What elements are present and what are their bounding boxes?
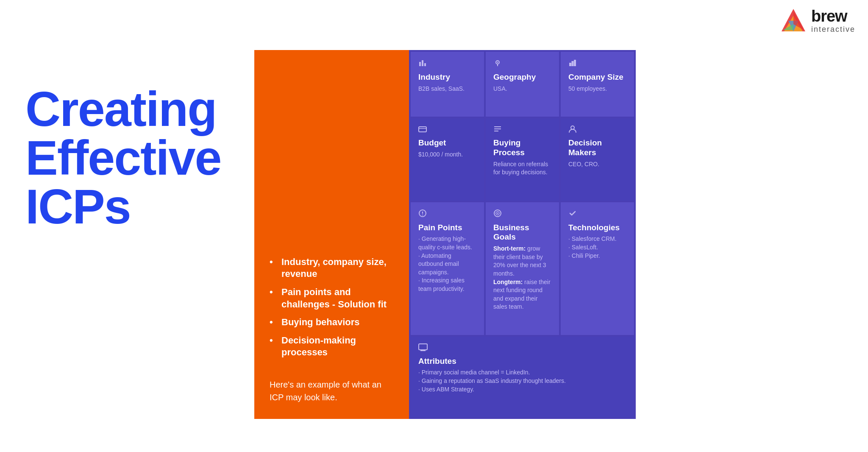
budget-body: $10,000 / month. (418, 151, 476, 159)
svg-point-20 (422, 215, 423, 215)
decision-makers-title: Decision Makers (568, 138, 626, 158)
pain-points-title: Pain Points (418, 223, 476, 233)
bullet-item-1: Industry, company size, revenue (270, 256, 394, 280)
example-text: Here's an example of what an ICP may loo… (270, 378, 394, 404)
logo-area: brew interactive (781, 8, 855, 34)
budget-title: Budget (418, 138, 476, 148)
decision-makers-icon (568, 125, 626, 135)
svg-point-9 (497, 62, 498, 63)
business-goals-body: Short-term: grow their client base by 20… (493, 245, 551, 311)
cell-budget: Budget $10,000 / month. (411, 118, 484, 201)
cell-business-goals: Business Goals Short-term: grow their cl… (486, 202, 559, 335)
left-title: Creating Effective ICPs (25, 85, 229, 231)
svg-rect-10 (569, 63, 571, 66)
business-goals-icon (493, 209, 551, 220)
buying-process-icon (493, 125, 551, 135)
svg-rect-7 (424, 63, 426, 66)
logo-interactive-label: interactive (811, 25, 855, 34)
company-size-icon (568, 59, 626, 69)
svg-point-17 (571, 126, 574, 129)
logo-icon (781, 8, 806, 33)
main-content: Industry, company size, revenue Pain poi… (254, 50, 636, 419)
attributes-body: · Primary social media channel = LinkedI… (418, 368, 626, 393)
buying-process-body: Reliance on referrals for buying decisio… (493, 160, 551, 177)
company-size-body: 50 employees. (568, 85, 626, 93)
company-size-title: Company Size (568, 73, 626, 82)
cell-attributes: Attributes · Primary social media channe… (411, 337, 634, 417)
bullet-item-2: Pain points and challenges - Solution fi… (270, 286, 394, 310)
svg-rect-11 (572, 61, 574, 66)
logo-brew-label: brew (811, 8, 855, 25)
svg-rect-13 (419, 127, 426, 132)
pain-points-body: · Generating high-quality c-suite leads.… (418, 235, 476, 293)
bullet-list: Industry, company size, revenue Pain poi… (270, 256, 394, 365)
cell-company-size: Company Size 50 employees. (561, 52, 634, 117)
cell-technologies: Technologies · Salesforce CRM. · SalesLo… (561, 202, 634, 335)
cell-decision-makers: Decision Makers CEO, CRO. (561, 118, 634, 201)
industry-title: Industry (418, 73, 476, 82)
technologies-title: Technologies (568, 223, 626, 233)
bullet-item-3: Buying behaviors (270, 316, 394, 329)
industry-body: B2B sales, SaaS. (418, 85, 476, 93)
svg-rect-24 (419, 344, 427, 350)
grid-panel: Industry B2B sales, SaaS. Geography USA.… (409, 50, 636, 419)
cell-pain-points: Pain Points · Generating high-quality c-… (411, 202, 484, 335)
geography-title: Geography (493, 73, 551, 82)
orange-panel: Industry, company size, revenue Pain poi… (254, 50, 409, 419)
logo-text: brew interactive (811, 8, 855, 34)
attributes-title: Attributes (418, 357, 626, 366)
attributes-icon (418, 343, 626, 353)
budget-icon (418, 125, 476, 135)
geography-icon (493, 59, 551, 69)
decision-makers-body: CEO, CRO. (568, 160, 626, 169)
geography-body: USA. (493, 85, 551, 93)
technologies-body: · Salesforce CRM. · SalesLoft. · Chili P… (568, 235, 626, 260)
cell-geography: Geography USA. (486, 52, 559, 117)
svg-point-23 (497, 212, 498, 214)
buying-process-title: Buying Process (493, 138, 551, 158)
cell-buying-process: Buying Process Reliance on referrals for… (486, 118, 559, 201)
industry-icon (418, 59, 476, 69)
svg-rect-5 (419, 62, 421, 66)
technologies-icon (568, 209, 626, 220)
svg-rect-12 (574, 60, 576, 66)
pain-points-icon (418, 209, 476, 220)
bullet-item-4: Decision-making processes (270, 335, 394, 359)
cell-industry: Industry B2B sales, SaaS. (411, 52, 484, 117)
svg-rect-6 (422, 60, 423, 66)
business-goals-title: Business Goals (493, 223, 551, 243)
page-title: Creating Effective ICPs (25, 85, 229, 231)
